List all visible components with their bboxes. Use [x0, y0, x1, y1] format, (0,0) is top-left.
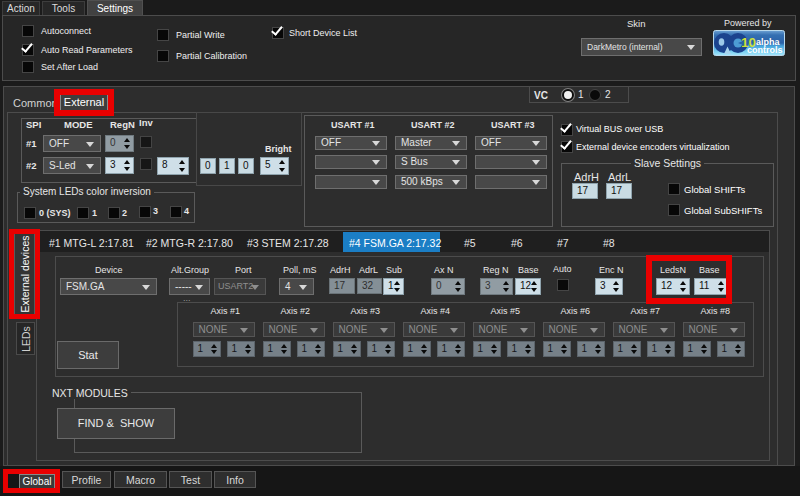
svg-text:controls: controls: [747, 45, 783, 55]
